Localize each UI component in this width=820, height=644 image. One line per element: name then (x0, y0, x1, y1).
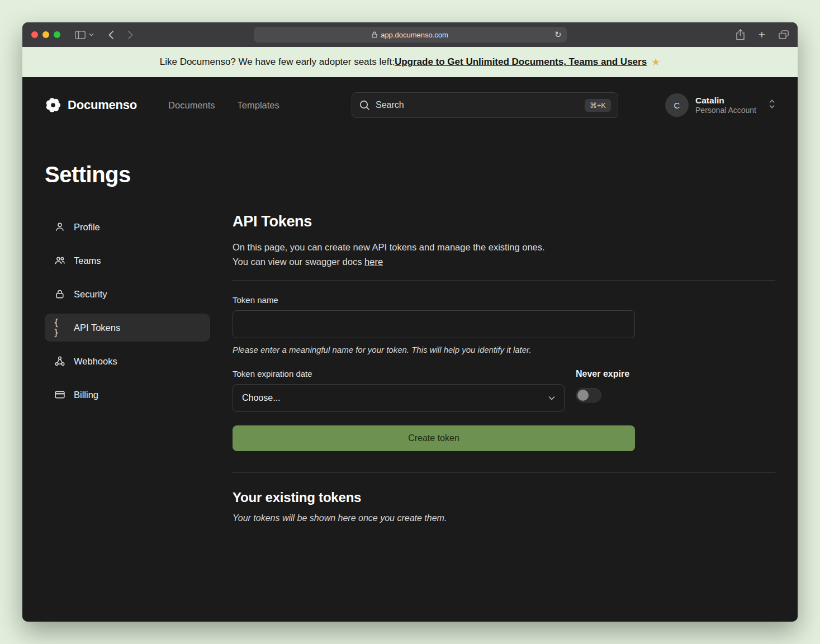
sidebar-item-billing[interactable]: Billing (45, 381, 210, 409)
nav-templates[interactable]: Templates (238, 100, 279, 111)
braces-icon: { } (54, 318, 66, 338)
sidebar-item-label: API Tokens (74, 323, 120, 333)
sidebar-item-label: Webhooks (74, 356, 117, 367)
tab-group-chevron-icon[interactable] (89, 33, 94, 36)
sidebar-item-teams[interactable]: Teams (45, 247, 210, 274)
people-icon (54, 255, 66, 266)
search-bar[interactable]: ⌘+K (352, 92, 618, 118)
never-expire-toggle[interactable] (576, 388, 601, 402)
banner-text: Like Documenso? We have few early adopte… (160, 56, 395, 68)
expiration-label: Token expiration date (233, 369, 565, 378)
create-token-form: Token name Please enter a meaningful nam… (233, 295, 635, 451)
token-name-label: Token name (233, 295, 635, 305)
search-shortcut-badge: ⌘+K (585, 99, 611, 112)
section-description-line1: On this page, you can create new API tok… (233, 242, 545, 252)
upgrade-banner: Like Documenso? We have few early adopte… (22, 47, 798, 77)
token-name-hint: Please enter a meaningful name for your … (233, 345, 635, 354)
expiration-select[interactable]: Choose... (233, 384, 565, 412)
upgrade-link[interactable]: Upgrade to Get Unlimited Documents, Team… (395, 56, 647, 68)
sidebar-item-label: Security (74, 289, 107, 300)
search-input[interactable] (376, 100, 579, 110)
back-button[interactable] (108, 30, 114, 40)
browser-window: app.documenso.com ↻ + Like Documenso? W (22, 22, 798, 622)
sidebar-item-webhooks[interactable]: Webhooks (45, 347, 210, 375)
sidebar-item-label: Teams (74, 255, 101, 266)
minimize-window-button[interactable] (42, 31, 49, 38)
existing-tokens-heading: Your existing tokens (233, 490, 775, 505)
person-icon (54, 221, 66, 233)
top-nav: Documents Templates (168, 100, 279, 111)
brand-name: Documenso (68, 98, 137, 112)
divider (233, 472, 775, 473)
lock-icon (372, 31, 377, 38)
swagger-docs-link[interactable]: here (364, 257, 383, 267)
toggle-knob (577, 390, 589, 401)
documenso-logo-icon (45, 97, 61, 113)
sidebar-item-profile[interactable]: Profile (45, 213, 210, 241)
chevron-down-icon (548, 396, 555, 400)
webhook-icon (54, 356, 66, 367)
search-icon (359, 100, 370, 111)
star-icon: ★ (651, 56, 660, 68)
address-bar[interactable]: app.documenso.com ↻ (254, 27, 567, 42)
avatar: C (665, 93, 689, 117)
settings-nav: Profile Teams (45, 213, 210, 409)
account-menu-trigger[interactable]: C Catalin Personal Account (665, 93, 775, 117)
sidebar-item-label: Billing (74, 390, 98, 400)
create-token-button[interactable]: Create token (233, 425, 635, 451)
section-description-line2: You can view our swagger docs (233, 257, 364, 267)
url-text: app.documenso.com (381, 31, 448, 39)
account-name: Catalin (695, 95, 756, 106)
browser-toolbar: app.documenso.com ↻ + (22, 22, 798, 47)
existing-tokens-section: Your existing tokens Your tokens will be… (233, 490, 775, 523)
lock-icon (54, 288, 66, 300)
share-icon[interactable] (736, 29, 745, 40)
tab-overview-icon[interactable] (779, 30, 789, 39)
existing-tokens-hint: Your tokens will be shown here once you … (233, 513, 775, 523)
reload-icon[interactable]: ↻ (554, 29, 562, 40)
sidebar-item-security[interactable]: Security (45, 280, 210, 308)
app-content: Documenso Documents Templates ⌘+K C Cata… (22, 77, 798, 622)
api-tokens-panel: API Tokens On this page, you can create … (233, 213, 775, 557)
sidebar-item-api-tokens[interactable]: { } API Tokens (45, 314, 210, 342)
divider (233, 280, 775, 281)
credit-card-icon (54, 389, 66, 400)
forward-button[interactable] (127, 30, 133, 40)
section-title: API Tokens (233, 213, 775, 230)
app-header: Documenso Documents Templates ⌘+K C Cata… (22, 77, 798, 133)
close-window-button[interactable] (31, 31, 38, 38)
sidebar-item-label: Profile (74, 222, 100, 233)
page-title: Settings (45, 162, 775, 187)
expiration-selected-value: Choose... (242, 393, 280, 403)
chevron-up-down-icon (769, 98, 775, 112)
sidebar-toggle-icon[interactable] (75, 31, 86, 39)
never-expire-label: Never expire (576, 369, 635, 379)
zoom-window-button[interactable] (54, 31, 60, 38)
new-tab-icon[interactable]: + (759, 29, 765, 40)
account-type: Personal Account (695, 106, 756, 116)
brand-logo-link[interactable]: Documenso (45, 97, 137, 113)
token-name-input[interactable] (233, 310, 635, 338)
nav-documents[interactable]: Documents (168, 100, 215, 111)
traffic-lights (31, 31, 60, 38)
